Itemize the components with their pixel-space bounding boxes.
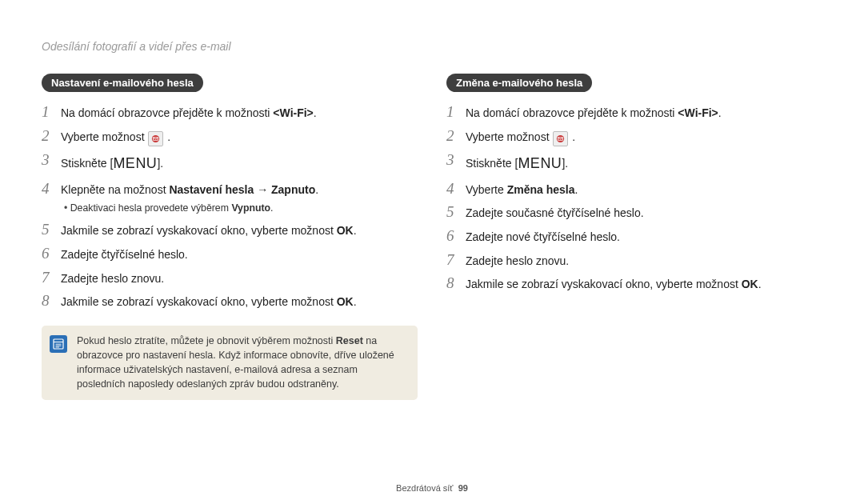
step-text: Zadejte nové čtyřčíselné heslo. xyxy=(466,229,822,246)
content-columns: Nastavení e-mailového hesla 1Na domácí o… xyxy=(42,74,822,400)
list-item: 6Zadejte čtyřčíselné heslo. xyxy=(42,245,418,264)
step-body: Zadejte heslo znovu. xyxy=(466,251,822,270)
step-text: Jakmile se zobrazí vyskakovací okno, vyb… xyxy=(466,276,822,294)
step-number: 7 xyxy=(42,269,61,288)
step-text: Vyberte Změna hesla. xyxy=(466,182,822,199)
note-text: Pokud heslo ztratíte, můžete je obnovit … xyxy=(77,334,403,392)
right-column: Změna e-mailového hesla 1Na domácí obraz… xyxy=(446,74,822,400)
step-text: Klepněte na možnost Nastavení hesla → Za… xyxy=(61,182,418,199)
list-item: 1Na domácí obrazovce přejděte k možnosti… xyxy=(42,103,418,122)
step-body: Jakmile se zobrazí vyskakovací okno, vyb… xyxy=(61,221,418,240)
step-number: 2 xyxy=(42,127,61,146)
list-item: 4Klepněte na možnost Nastavení hesla → Z… xyxy=(42,180,418,217)
breadcrumb: Odesílání fotografií a videí přes e-mail xyxy=(42,40,822,53)
step-number: 6 xyxy=(42,245,61,264)
page-footer: Bezdrátová síť 99 xyxy=(0,483,864,493)
email-app-icon xyxy=(148,131,163,146)
step-text: Jakmile se zobrazí vyskakovací okno, vyb… xyxy=(61,222,418,240)
step-number: 4 xyxy=(42,180,61,217)
list-item: 8Jakmile se zobrazí vyskakovací okno, vy… xyxy=(42,292,418,311)
step-body: Zadejte heslo znovu. xyxy=(61,269,418,288)
right-steps: 1Na domácí obrazovce přejděte k možnosti… xyxy=(446,103,822,294)
footer-section: Bezdrátová síť xyxy=(396,483,453,493)
list-item: 6Zadejte nové čtyřčíselné heslo. xyxy=(446,227,822,246)
list-item: 1Na domácí obrazovce přejděte k možnosti… xyxy=(446,103,822,122)
list-item: 2Vyberte možnost . xyxy=(42,127,418,146)
list-item: 5Jakmile se zobrazí vyskakovací okno, vy… xyxy=(42,221,418,240)
list-item: 2Vyberte možnost . xyxy=(446,127,822,146)
left-column: Nastavení e-mailového hesla 1Na domácí o… xyxy=(42,74,418,400)
step-body: Stiskněte [MENU]. xyxy=(466,151,822,175)
menu-label: MENU xyxy=(113,155,157,171)
step-text: Jakmile se zobrazí vyskakovací okno, vyb… xyxy=(61,294,418,311)
step-number: 5 xyxy=(42,221,61,240)
list-item: 7Zadejte heslo znovu. xyxy=(446,251,822,270)
step-number: 2 xyxy=(446,127,466,146)
step-number: 3 xyxy=(446,151,466,175)
step-text: Zadejte čtyřčíselné heslo. xyxy=(61,246,418,264)
step-text: Zadejte heslo znovu. xyxy=(466,253,822,270)
step-body: Zadejte nové čtyřčíselné heslo. xyxy=(466,227,822,246)
step-body: Vyberte možnost . xyxy=(466,127,822,146)
step-body: Na domácí obrazovce přejděte k možnosti … xyxy=(466,103,822,122)
step-body: Jakmile se zobrazí vyskakovací okno, vyb… xyxy=(61,292,418,311)
step-body: Vyberte možnost . xyxy=(61,127,418,146)
step-body: Jakmile se zobrazí vyskakovací okno, vyb… xyxy=(466,274,822,294)
step-text: Stiskněte [MENU]. xyxy=(466,153,822,175)
step-number: 8 xyxy=(446,274,466,294)
step-body: Zadejte čtyřčíselné heslo. xyxy=(61,245,418,264)
step-text: Vyberte možnost . xyxy=(466,129,822,146)
step-body: Stiskněte [MENU]. xyxy=(61,151,418,175)
menu-label: MENU xyxy=(518,155,562,171)
step-text: Na domácí obrazovce přejděte k možnosti … xyxy=(466,105,822,122)
step-number: 6 xyxy=(446,227,466,246)
step-body: Zadejte současné čtyřčíselné heslo. xyxy=(466,203,822,222)
step-body: Na domácí obrazovce přejděte k možnosti … xyxy=(61,103,418,122)
email-app-icon xyxy=(553,131,568,146)
note-icon-wrap xyxy=(50,334,67,392)
list-item: 3Stiskněte [MENU]. xyxy=(42,151,418,175)
sub-bullet: Deaktivaci hesla provedete výběrem Vypnu… xyxy=(61,201,418,216)
list-item: 5Zadejte současné čtyřčíselné heslo. xyxy=(446,203,822,222)
page: Odesílání fotografií a videí přes e-mail… xyxy=(0,0,864,504)
list-item: 7Zadejte heslo znovu. xyxy=(42,269,418,288)
step-text: Na domácí obrazovce přejděte k možnosti … xyxy=(61,105,418,122)
step-number: 5 xyxy=(446,203,466,222)
list-item: 4Vyberte Změna hesla. xyxy=(446,180,822,199)
note-icon xyxy=(50,335,67,353)
step-body: Klepněte na možnost Nastavení hesla → Za… xyxy=(61,180,418,217)
section-heading-right: Změna e-mailového hesla xyxy=(446,74,592,92)
step-body: Vyberte Změna hesla. xyxy=(466,180,822,199)
step-text: Stiskněte [MENU]. xyxy=(61,153,418,175)
step-number: 3 xyxy=(42,151,61,175)
step-number: 8 xyxy=(42,292,61,311)
step-number: 4 xyxy=(446,180,466,199)
step-text: Zadejte heslo znovu. xyxy=(61,270,418,288)
list-item: 3Stiskněte [MENU]. xyxy=(446,151,822,175)
page-number: 99 xyxy=(458,483,468,493)
step-number: 1 xyxy=(446,103,466,122)
step-number: 1 xyxy=(42,103,61,122)
list-item: 8Jakmile se zobrazí vyskakovací okno, vy… xyxy=(446,274,822,294)
section-heading-left: Nastavení e-mailového hesla xyxy=(42,74,203,92)
step-number: 7 xyxy=(446,251,466,270)
left-steps: 1Na domácí obrazovce přejděte k možnosti… xyxy=(42,103,418,311)
step-text: Zadejte současné čtyřčíselné heslo. xyxy=(466,205,822,222)
note-box: Pokud heslo ztratíte, můžete je obnovit … xyxy=(42,326,418,400)
step-text: Vyberte možnost . xyxy=(61,129,418,146)
